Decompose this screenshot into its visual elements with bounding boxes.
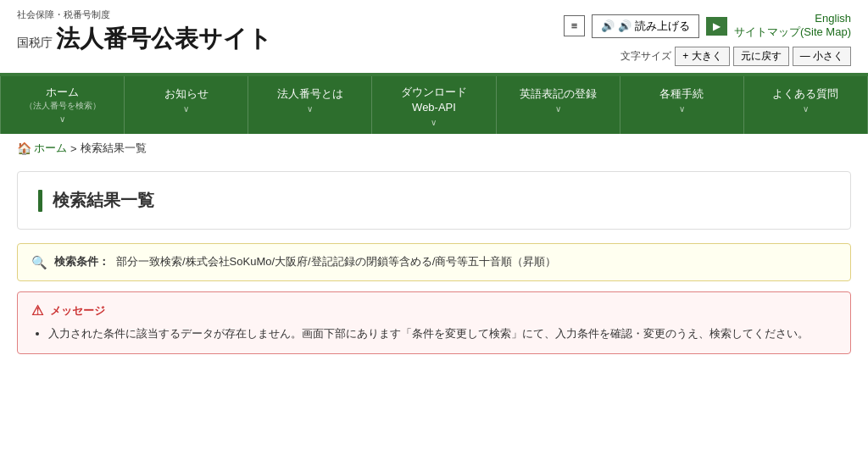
search-condition-value: 部分一致検索/株式会社SoKuMo/大阪府/登記記録の閉鎖等含める/商号等五十音…: [116, 254, 556, 269]
menu-icon: ≡: [571, 19, 578, 32]
chevron-down-icon-faq: ∨: [803, 103, 809, 115]
play-icon: ▶: [713, 20, 721, 32]
nav-item-about[interactable]: 法人番号とは ∨: [248, 76, 372, 134]
nav-item-procedures[interactable]: 各種手続 ∨: [620, 76, 744, 134]
message-title: メッセージ: [50, 303, 105, 319]
nav-sub-home: （法人番号を検索）: [25, 100, 101, 112]
header-title: 国税庁 法人番号公表サイト: [17, 23, 272, 55]
chevron-down-icon-news: ∨: [183, 103, 189, 115]
read-aloud-button[interactable]: 🔊 🔊 読み上げる: [592, 14, 699, 38]
header-agency: 国税庁: [17, 36, 53, 49]
nav-item-faq[interactable]: よくある質問 ∨: [744, 76, 868, 134]
chevron-down-icon-procedures: ∨: [679, 103, 685, 115]
message-box: ⚠ メッセージ 入力された条件に該当するデータが存在しません。画面下部にあります…: [17, 291, 851, 354]
read-aloud-label: 🔊 読み上げる: [618, 19, 690, 34]
nav-link-procedures[interactable]: 各種手続 ∨: [620, 76, 743, 122]
main-navigation: ホーム （法人番号を検索） ∨ お知らせ ∨ 法人番号とは ∨ ダウンロード W…: [0, 76, 868, 134]
header-toolbar: ≡ 🔊 🔊 読み上げる ▶ English サイトマップ(Site Map): [564, 12, 851, 40]
page-header: 社会保障・税番号制度 国税庁 法人番号公表サイト ≡ 🔊 🔊 読み上げる ▶ E…: [0, 0, 868, 66]
nav-label-faq: よくある質問: [772, 86, 838, 102]
nav-link-news[interactable]: お知らせ ∨: [125, 76, 248, 122]
sitemap-link[interactable]: サイトマップ(Site Map): [734, 25, 851, 40]
header-subtitle: 社会保障・税番号制度: [17, 8, 272, 21]
section-title-text: 検索結果一覧: [53, 189, 154, 212]
chevron-down-icon-download: ∨: [431, 117, 437, 129]
nav-link-home[interactable]: ホーム （法人番号を検索） ∨: [1, 76, 124, 130]
nav-list: ホーム （法人番号を検索） ∨ お知らせ ∨ 法人番号とは ∨ ダウンロード W…: [0, 76, 868, 134]
english-link[interactable]: English: [815, 12, 851, 25]
play-button[interactable]: ▶: [706, 17, 727, 36]
nav-item-english[interactable]: 英語表記の登録 ∨: [497, 76, 620, 134]
message-list: 入力された条件に該当するデータが存在しません。画面下部にあります「条件を変更して…: [31, 325, 837, 343]
font-size-controls: 文字サイズ + 大きく 元に戻す — 小さく: [620, 47, 851, 66]
breadcrumb-home-label: ホーム: [34, 141, 67, 156]
message-header: ⚠ メッセージ: [31, 302, 837, 319]
chevron-down-icon-english: ∨: [555, 103, 561, 115]
font-reset-button[interactable]: 元に戻す: [733, 47, 789, 66]
nav-item-home[interactable]: ホーム （法人番号を検索） ∨: [0, 76, 125, 134]
font-smaller-button[interactable]: — 小さく: [793, 47, 851, 66]
nav-label-download-sub: Web-API: [412, 100, 456, 115]
search-condition-box: 🔍 検索条件： 部分一致検索/株式会社SoKuMo/大阪府/登記記録の閉鎖等含め…: [17, 243, 851, 281]
chevron-down-icon-about: ∨: [307, 103, 313, 115]
breadcrumb-current: 検索結果一覧: [81, 141, 147, 156]
header-site-title: 法人番号公表サイト: [56, 25, 272, 52]
search-condition-label: 検索条件：: [54, 254, 109, 269]
warning-icon: ⚠: [31, 302, 43, 319]
nav-label-download: ダウンロード: [401, 85, 467, 100]
nav-link-faq[interactable]: よくある質問 ∨: [744, 76, 867, 122]
home-icon: 🏠: [17, 141, 31, 155]
nav-item-download[interactable]: ダウンロード Web-API ∨: [372, 76, 496, 134]
header-links: English サイトマップ(Site Map): [734, 12, 851, 40]
nav-item-news[interactable]: お知らせ ∨: [125, 76, 248, 134]
font-size-label: 文字サイズ: [620, 49, 671, 64]
section-title: 検索結果一覧: [38, 189, 830, 212]
nav-label-procedures: 各種手続: [659, 86, 704, 102]
nav-label-home: ホーム: [46, 85, 79, 100]
header-right-controls: ≡ 🔊 🔊 読み上げる ▶ English サイトマップ(Site Map) 文…: [564, 12, 851, 66]
nav-link-about[interactable]: 法人番号とは ∨: [248, 76, 371, 122]
header-logo: 社会保障・税番号制度 国税庁 法人番号公表サイト: [17, 8, 272, 55]
nav-link-download[interactable]: ダウンロード Web-API ∨: [372, 76, 495, 134]
chevron-down-icon: ∨: [59, 114, 65, 125]
search-icon: 🔍: [31, 255, 47, 270]
nav-label-news: お知らせ: [164, 86, 209, 102]
nav-label-about: 法人番号とは: [277, 86, 343, 102]
nav-label-english: 英語表記の登録: [520, 86, 597, 102]
breadcrumb: 🏠 ホーム > 検索結果一覧: [0, 134, 868, 163]
menu-button[interactable]: ≡: [564, 15, 586, 36]
message-item: 入力された条件に該当するデータが存在しません。画面下部にあります「条件を変更して…: [48, 325, 837, 343]
title-bar-decoration: [38, 190, 42, 212]
section-card: 検索結果一覧: [17, 171, 851, 230]
breadcrumb-home-link[interactable]: 🏠 ホーム: [17, 141, 67, 156]
font-larger-button[interactable]: + 大きく: [675, 47, 729, 66]
speaker-icon: 🔊: [601, 19, 615, 32]
nav-link-english[interactable]: 英語表記の登録 ∨: [497, 76, 620, 122]
breadcrumb-separator: >: [70, 142, 77, 155]
main-content: 検索結果一覧 🔍 検索条件： 部分一致検索/株式会社SoKuMo/大阪府/登記記…: [0, 163, 868, 371]
